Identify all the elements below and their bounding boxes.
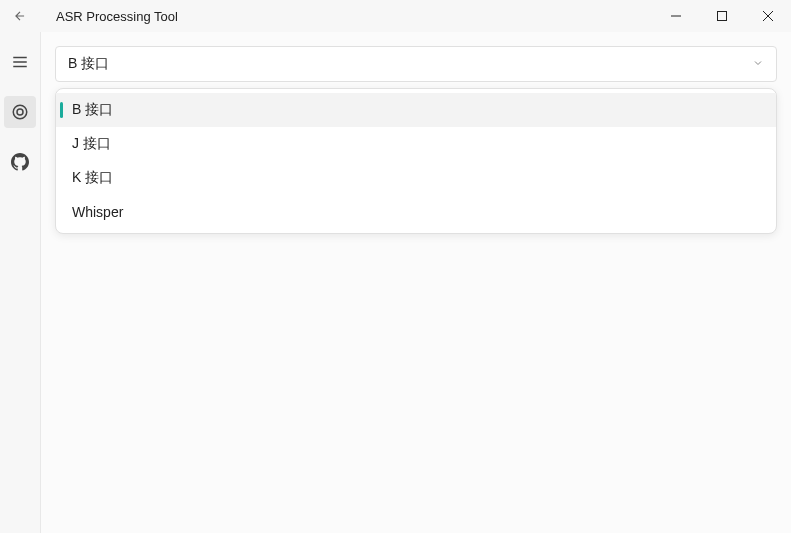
menu-icon (11, 53, 29, 71)
asr-engine-dropdown[interactable]: B 接口 (55, 46, 777, 82)
titlebar: ASR Processing Tool (0, 0, 791, 32)
close-button[interactable] (745, 0, 791, 32)
dropdown-option-j[interactable]: J 接口 (56, 127, 776, 161)
chevron-down-icon (752, 56, 764, 72)
dropdown-option-b[interactable]: B 接口 (56, 93, 776, 127)
minimize-icon (671, 11, 681, 21)
dropdown-option-whisper[interactable]: Whisper (56, 195, 776, 229)
dropdown-menu: B 接口 J 接口 K 接口 Whisper (55, 88, 777, 234)
arrow-left-icon (13, 9, 27, 23)
maximize-button[interactable] (699, 0, 745, 32)
dropdown-option-label: J 接口 (72, 135, 111, 153)
content-area: B 接口 B 接口 J 接口 K 接口 Whisper (40, 32, 791, 533)
sidebar-github-button[interactable] (4, 146, 36, 178)
window-title: ASR Processing Tool (56, 9, 178, 24)
dropdown-option-k[interactable]: K 接口 (56, 161, 776, 195)
svg-rect-1 (718, 12, 727, 21)
dropdown-option-label: B 接口 (72, 101, 113, 119)
minimize-button[interactable] (653, 0, 699, 32)
dropdown-selected-value: B 接口 (68, 55, 752, 73)
github-icon (11, 153, 29, 171)
dropdown-option-label: Whisper (72, 204, 123, 220)
target-icon (11, 103, 29, 121)
window-controls (653, 0, 791, 32)
svg-point-8 (17, 109, 23, 115)
sidebar-menu-button[interactable] (4, 46, 36, 78)
dropdown-option-label: K 接口 (72, 169, 113, 187)
back-button[interactable] (0, 0, 40, 32)
svg-point-7 (13, 105, 27, 119)
close-icon (763, 11, 773, 21)
sidebar (0, 32, 40, 533)
sidebar-engine-button[interactable] (4, 96, 36, 128)
maximize-icon (717, 11, 727, 21)
